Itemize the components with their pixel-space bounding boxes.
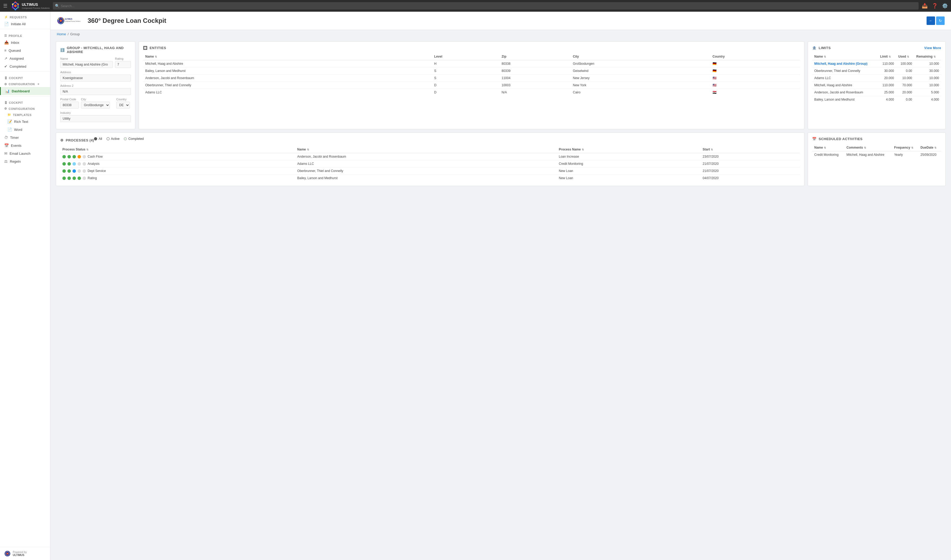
entity-city: New York <box>571 82 711 89</box>
limits-card: 🏦 LIMITS View More Name ⇅ Limit ⇅ Used ⇅… <box>808 42 946 129</box>
col-entity-level[interactable]: Level <box>432 53 499 60</box>
process-status: Dept Service <box>60 168 295 175</box>
svg-point-20 <box>58 18 59 20</box>
col-limit-remaining[interactable]: Remaining ⇅ <box>914 53 941 60</box>
processes-table: Process Status ⇅ Name ⇅ Process Name ⇅ S… <box>60 146 800 182</box>
lightning-icon: ⚡ <box>4 15 8 19</box>
process-status: Cash Flow <box>60 153 295 160</box>
sidebar-item-regeln[interactable]: ⚖ Regeln <box>0 157 50 165</box>
svg-point-2 <box>14 5 17 7</box>
cockpit2-header: 🎛 COCKPIT <box>0 100 50 105</box>
settings-icon[interactable]: ⚙️ <box>942 3 948 9</box>
filter-all[interactable]: All <box>94 137 102 141</box>
page-header: ULTIMUS Composed Process Solutions 360° … <box>51 12 951 30</box>
group-industry-field: Industry Utility <box>60 111 131 122</box>
sidebar-item-dashboard[interactable]: 📊 Dashboard <box>0 87 50 95</box>
table-row: Anderson, Jacobi and Rosenbaum 25.000 20… <box>812 89 941 96</box>
col-process-pname[interactable]: Process Name ⇅ <box>557 146 701 153</box>
group-city-select[interactable]: Großbodunge <box>81 102 110 109</box>
sidebar-item-initiate-all[interactable]: 📄 Initiate All <box>0 20 50 28</box>
table-row: Adams LLC D N/A Cairo 🇪🇬 <box>143 89 800 96</box>
process-dot <box>83 155 86 158</box>
group-country-select[interactable]: DE <box>116 102 130 109</box>
refresh-button[interactable]: ↻ <box>936 17 945 25</box>
search-icon: 🔍 <box>55 4 60 8</box>
limit-used: 100.000 <box>896 60 914 68</box>
svg-point-3 <box>15 2 16 3</box>
sidebar-item-completed[interactable]: ✔ Completed <box>0 62 50 70</box>
rich-text-icon: 📝 <box>8 119 12 124</box>
sidebar-item-events[interactable]: 📅 Events <box>0 142 50 149</box>
filter-active[interactable]: Active <box>106 137 120 141</box>
col-sched-name[interactable]: Name ⇅ <box>812 144 844 151</box>
help-icon[interactable]: ❓ <box>932 3 938 9</box>
entity-name: Adams LLC <box>143 89 432 96</box>
col-process-start[interactable]: Start ⇅ <box>701 146 800 153</box>
sidebar-item-timer[interactable]: ⏱ Timer <box>0 134 50 142</box>
table-row: Bailey, Larson and Medhurst S 80339 Geis… <box>143 68 800 75</box>
group-country-field: Country DE <box>116 98 131 109</box>
limit-name: Oberbrunner, Thiel and Connelly <box>812 68 878 75</box>
filter-completed[interactable]: Completed <box>124 137 144 141</box>
back-button[interactable]: ← <box>926 17 935 25</box>
inbox-icon[interactable]: 📥 <box>922 3 928 9</box>
process-pname: New Loan <box>557 175 701 182</box>
col-entity-city[interactable]: City <box>571 53 711 60</box>
processes-card: ⚙ PROCESSES (4) All Active <box>56 132 805 186</box>
col-limit-limit[interactable]: Limit ⇅ <box>878 53 896 60</box>
process-dot <box>72 177 76 180</box>
config-icon: ⚙ <box>4 83 7 86</box>
events-icon: 📅 <box>4 143 9 148</box>
process-start: 21/07/2020 <box>701 160 800 168</box>
regeln-icon: ⚖ <box>4 159 8 163</box>
sidebar-item-queued[interactable]: ≡ Queued <box>0 46 50 54</box>
limit-used: 20.000 <box>896 89 914 96</box>
col-limit-name[interactable]: Name ⇅ <box>812 53 878 60</box>
svg-text:Composed Process Solutions: Composed Process Solutions <box>65 21 81 22</box>
processes-header-row: ⚙ PROCESSES (4) All Active <box>60 137 800 143</box>
breadcrumb: Home / Group <box>51 30 951 38</box>
sidebar-item-rich-text[interactable]: 📝 Rich Text <box>0 118 50 126</box>
entities-card: 🔲 ENTITIES Name ⇅ Level Zip City Country <box>138 42 805 129</box>
col-entity-name[interactable]: Name ⇅ <box>143 53 432 60</box>
limits-card-title: 🏦 LIMITS View More <box>812 46 941 50</box>
queued-icon: ≡ <box>4 48 6 52</box>
svg-point-17 <box>63 22 64 23</box>
col-sched-frequency[interactable]: Frequency ⇅ <box>892 144 918 151</box>
calendar-icon: 📅 <box>812 137 817 141</box>
col-entity-zip[interactable]: Zip <box>499 53 571 60</box>
entity-city: Cairo <box>571 89 711 96</box>
cockpit-icon: 🎛 <box>4 77 8 80</box>
view-more-link[interactable]: View More <box>924 46 941 50</box>
sidebar-item-email-launch[interactable]: ✉ Email Launch <box>0 149 50 157</box>
search-input[interactable] <box>53 2 919 9</box>
breadcrumb-separator: / <box>68 32 69 36</box>
col-process-name[interactable]: Name ⇅ <box>295 146 557 153</box>
col-sched-comments[interactable]: Comments ⇅ <box>844 144 892 151</box>
svg-point-8 <box>12 3 14 5</box>
col-sched-duedate[interactable]: DueDate ⇅ <box>918 144 941 151</box>
templates-header: 📁 TEMPLATES <box>0 111 50 118</box>
process-dot <box>62 177 66 180</box>
process-pname: Credit Monitoring <box>557 160 701 168</box>
group-postal-field: Postal Code 80338 <box>60 98 79 109</box>
sidebar-item-assigned[interactable]: ↗ Assigned <box>0 54 50 62</box>
entity-level: D <box>432 82 499 89</box>
process-dot <box>83 177 86 180</box>
timer-icon: ⏱ <box>4 135 8 140</box>
col-limit-used[interactable]: Used ⇅ <box>896 53 914 60</box>
col-entity-country[interactable]: Country <box>711 53 800 60</box>
logo-area: ULTIMUS Composed Process Solutions <box>11 1 50 11</box>
config-add-icon[interactable]: + <box>37 82 40 86</box>
entities-icon: 🔲 <box>143 46 148 50</box>
sidebar-item-inbox[interactable]: 📥 Inbox <box>0 38 50 46</box>
sidebar-item-word[interactable]: 📄 Word <box>0 126 50 134</box>
hamburger-menu[interactable]: ☰ <box>3 3 8 9</box>
info-icon: ℹ️ <box>60 48 65 52</box>
limit-name[interactable]: Mitchell, Haag and Abshire (Group) <box>812 60 878 68</box>
search-bar-wrap: 🔍 <box>53 2 919 9</box>
col-process-status[interactable]: Process Status ⇅ <box>60 146 295 153</box>
breadcrumb-home[interactable]: Home <box>57 32 66 36</box>
entities-table-body: Mitchell, Haag and Abshire H 80338 Großb… <box>143 60 800 96</box>
dashboard: ℹ️ GROUP - MITCHELL, HAAG AND ABSHIRE Na… <box>51 38 951 189</box>
